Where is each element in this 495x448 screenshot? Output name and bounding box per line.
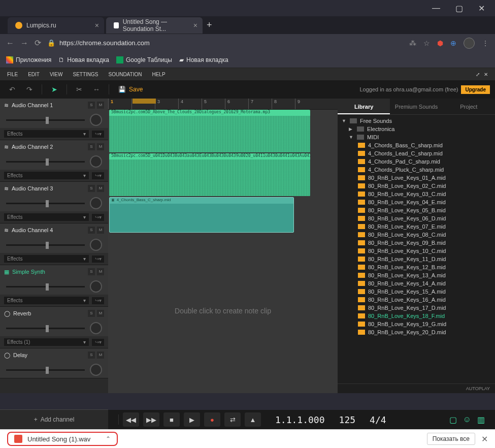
mute-button[interactable]: M — [97, 102, 104, 109]
track[interactable]: ≋ Audio Channel 3 SM Effects▾ ↪▾ — [0, 182, 108, 223]
track[interactable]: ≋ Audio Channel 4 SM Effects▾ ↪▾ — [0, 223, 108, 265]
menu-view[interactable]: VIEW — [50, 72, 63, 77]
forward-button[interactable]: ▶▶ — [143, 412, 159, 427]
effects-dropdown[interactable]: Effects (1)▾ — [4, 338, 89, 346]
back-button[interactable]: ← — [6, 39, 14, 48]
midi-clip[interactable]: ▣ 4_Chords_Bass_C_sharp.mid — [109, 197, 294, 233]
ruler-mark[interactable]: 3 — [155, 99, 178, 109]
download-item[interactable]: Untitled Song (1).wav ⌃ — [7, 432, 118, 446]
solo-button[interactable]: S — [88, 227, 95, 234]
mute-button[interactable]: M — [97, 310, 104, 317]
menu-edit[interactable]: EDIT — [28, 72, 40, 77]
metronome-button[interactable]: ▲ — [245, 412, 261, 427]
new-tab-button[interactable]: + — [207, 20, 212, 30]
track[interactable]: ≋ Audio Channel 2 SM Effects▾ ↪▾ — [0, 140, 108, 182]
globe-icon[interactable]: ⊕ — [450, 39, 456, 47]
tab-close-icon[interactable]: × — [95, 21, 99, 29]
volume-slider[interactable] — [6, 369, 85, 371]
tab-library[interactable]: Library — [338, 99, 390, 114]
audio-clip-1[interactable]: 5Bmusic2pc.com5D_Above_The_Clouds_28Dial… — [109, 110, 310, 152]
mute-button[interactable]: M — [97, 143, 104, 150]
volume-slider[interactable] — [6, 203, 85, 204]
show-all-button[interactable]: Показать все — [427, 433, 475, 445]
audio-clip-2[interactable]: 5Bmusic2pc.com5D_u041Du0438u043au043Eu04… — [109, 153, 310, 196]
position-display[interactable]: 1.1.1.000 — [275, 414, 325, 425]
loop-region[interactable] — [133, 99, 156, 104]
pan-knob[interactable] — [90, 197, 102, 209]
mute-button[interactable]: M — [97, 351, 104, 359]
ruler-mark[interactable]: 5 — [202, 99, 225, 109]
minimize-button[interactable]: — — [432, 4, 440, 13]
tree-root[interactable]: ▼ Free Sounds — [338, 117, 495, 125]
browser-tab-lumpics[interactable]: Lumpics.ru × — [8, 17, 104, 34]
file-tree[interactable]: ▼ Free Sounds ▶ Electronica ▼ MIDI 4_Cho… — [338, 115, 495, 383]
tree-file[interactable]: 80_RnB_Love_Keys_16_A.mid — [338, 296, 495, 304]
tab-close-icon[interactable]: × — [193, 21, 197, 29]
effects-dropdown[interactable]: Effects▾ — [4, 297, 89, 304]
tree-file[interactable]: 80_RnB_Love_Keys_14_A.mid — [338, 279, 495, 287]
ruler-mark[interactable]: 8 — [272, 99, 295, 109]
bookmark-item[interactable]: ▰Новая вкладка — [179, 56, 228, 63]
stretch-tool[interactable]: ↔ — [89, 82, 104, 97]
ruler-mark[interactable]: 1 — [108, 99, 131, 109]
tree-folder[interactable]: ▼ MIDI — [338, 133, 495, 141]
browser-tab-soundation[interactable]: Untitled Song — Soundation St... × — [106, 17, 203, 34]
effects-dropdown[interactable]: Effects▾ — [4, 213, 89, 221]
volume-slider[interactable] — [6, 286, 85, 287]
tree-file[interactable]: 4_Chords_Bass_C_sharp.mid — [338, 141, 495, 149]
cut-tool[interactable]: ✂ — [72, 82, 86, 97]
tab-project[interactable]: Project — [443, 99, 495, 114]
save-button[interactable]: 💾 Save — [114, 86, 147, 93]
tree-file[interactable]: 80_RnB_Love_Keys_07_E.mid — [338, 222, 495, 231]
add-channel-button[interactable]: + Add channel — [0, 409, 108, 429]
tempo-display[interactable]: 125 — [339, 414, 356, 425]
volume-slider[interactable] — [6, 119, 85, 121]
record-button[interactable]: ● — [204, 412, 220, 427]
track[interactable]: ▦ Simple Synth SM Effects▾ ↪▾ — [0, 265, 108, 307]
volume-slider[interactable] — [6, 244, 85, 246]
tree-file[interactable]: 80_RnB_Love_Keys_06_D.mid — [338, 214, 495, 222]
rewind-button[interactable]: ◀◀ — [123, 412, 139, 427]
solo-button[interactable]: S — [88, 143, 95, 150]
forward-button[interactable]: → — [20, 39, 28, 48]
tree-file[interactable]: 80_RnB_Love_Keys_05_B.mid — [338, 206, 495, 214]
track[interactable]: ≋ Audio Channel 1 SM Effects▾ ↪▾ — [0, 99, 108, 140]
volume-slider[interactable] — [6, 328, 85, 329]
tree-file[interactable]: 80_RnB_Love_Keys_12_B.mid — [338, 263, 495, 271]
time-signature[interactable]: 4/4 — [370, 414, 386, 425]
translate-icon[interactable]: ⁂ — [409, 39, 416, 47]
pan-knob[interactable] — [90, 239, 102, 251]
track[interactable]: ◯ Delay SM — [0, 348, 108, 378]
expand-icon[interactable]: ⤢ — [476, 72, 480, 77]
tree-file[interactable]: 80_RnB_Love_Keys_03_C.mid — [338, 190, 495, 198]
menu-help[interactable]: HELP — [152, 72, 165, 77]
smiley-icon[interactable]: ☺ — [463, 415, 471, 425]
reload-button[interactable]: ⟳ — [35, 38, 41, 48]
tree-folder[interactable]: ▶ Electronica — [338, 125, 495, 133]
route-button[interactable]: ↪▾ — [92, 214, 104, 221]
chevron-up-icon[interactable]: ⌃ — [106, 435, 111, 442]
tree-file[interactable]: 80_RnB_Love_Keys_11_D.mid — [338, 255, 495, 263]
tree-file[interactable]: 4_Chords_Pluck_C_sharp.mid — [338, 166, 495, 174]
menu-soundation[interactable]: SOUNDATION — [108, 72, 142, 77]
play-button[interactable]: ▶ — [184, 412, 200, 427]
effects-dropdown[interactable]: Effects▾ — [4, 255, 89, 263]
volume-slider[interactable] — [6, 161, 85, 163]
close-app-icon[interactable]: ✕ — [484, 72, 488, 77]
piano-icon[interactable]: ▥ — [477, 415, 485, 425]
timeline[interactable]: 123456789 5Bmusic2pc.com5D_Above_The_Clo… — [108, 99, 338, 393]
maximize-button[interactable]: ▢ — [455, 4, 463, 13]
tree-file[interactable]: 80_RnB_Love_Keys_10_C.mid — [338, 247, 495, 255]
pan-knob[interactable] — [90, 322, 102, 334]
tree-file[interactable]: 80_RnB_Love_Keys_18_F.mid — [338, 312, 495, 320]
star-icon[interactable]: ☆ — [423, 39, 430, 47]
mute-button[interactable]: M — [97, 227, 104, 234]
tree-file[interactable]: 80_RnB_Love_Keys_15_A.mid — [338, 287, 495, 296]
menu-settings[interactable]: SETTINGS — [73, 72, 98, 77]
route-button[interactable]: ↪▾ — [92, 255, 104, 263]
profile-avatar[interactable] — [464, 38, 475, 49]
mute-button[interactable]: M — [97, 268, 104, 275]
track[interactable]: ◯ Reverb SM Effects (1)▾ ↪▾ — [0, 307, 108, 348]
route-button[interactable]: ↪▾ — [92, 172, 104, 179]
ruler-mark[interactable]: 6 — [225, 99, 248, 109]
